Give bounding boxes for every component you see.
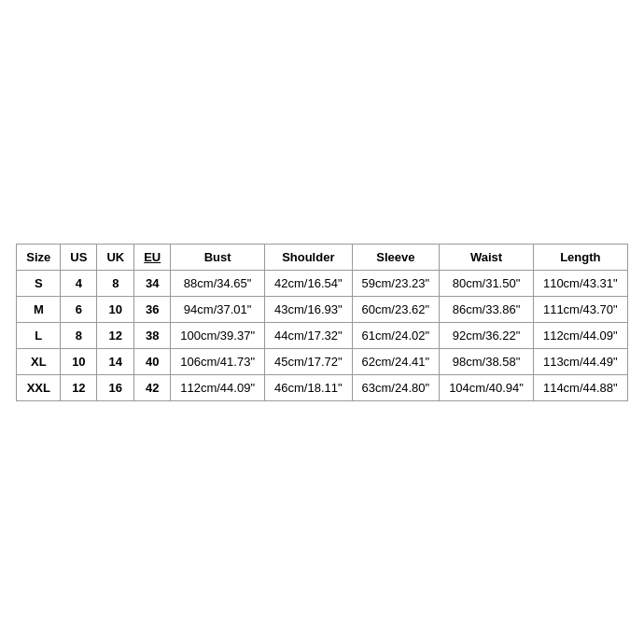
- table-cell: 100cm/39.37": [171, 322, 265, 348]
- table-cell: 42cm/16.54": [265, 270, 353, 296]
- table-row: S483488cm/34.65"42cm/16.54"59cm/23.23"80…: [17, 270, 627, 296]
- header-sleeve: Sleeve: [352, 244, 440, 270]
- table-cell: XXL: [17, 374, 61, 400]
- table-cell: 110cm/43.31": [533, 270, 627, 296]
- table-cell: 113cm/44.49": [533, 348, 627, 374]
- table-cell: 14: [97, 348, 134, 374]
- table-cell: 16: [97, 374, 134, 400]
- header-eu: EU: [134, 244, 171, 270]
- table-cell: 43cm/16.93": [265, 296, 353, 322]
- table-cell: 8: [61, 322, 97, 348]
- header-bust: Bust: [171, 244, 265, 270]
- table-cell: S: [17, 270, 61, 296]
- table-cell: 6: [61, 296, 97, 322]
- header-length: Length: [533, 244, 627, 270]
- table-cell: 12: [97, 322, 134, 348]
- table-cell: 111cm/43.70": [533, 296, 627, 322]
- table-row: M6103694cm/37.01"43cm/16.93"60cm/23.62"8…: [17, 296, 627, 322]
- table-cell: 44cm/17.32": [265, 322, 353, 348]
- table-cell: M: [17, 296, 61, 322]
- table-cell: 92cm/36.22": [440, 322, 534, 348]
- table-cell: 10: [61, 348, 97, 374]
- table-cell: 114cm/44.88": [533, 374, 627, 400]
- table-cell: 88cm/34.65": [171, 270, 265, 296]
- table-cell: XL: [17, 348, 61, 374]
- table-cell: 112cm/44.09": [533, 322, 627, 348]
- table-cell: 63cm/24.80": [352, 374, 440, 400]
- table-cell: 98cm/38.58": [440, 348, 534, 374]
- table-cell: L: [17, 322, 61, 348]
- table-cell: 80cm/31.50": [440, 270, 534, 296]
- table-cell: 104cm/40.94": [440, 374, 534, 400]
- size-chart-table: Size US UK EU Bust Shoulder Sleeve Waist…: [16, 244, 627, 401]
- table-cell: 112cm/44.09": [171, 374, 265, 400]
- table-cell: 10: [97, 296, 134, 322]
- header-shoulder: Shoulder: [265, 244, 353, 270]
- table-cell: 60cm/23.62": [352, 296, 440, 322]
- table-cell: 61cm/24.02": [352, 322, 440, 348]
- table-row: XXL121642112cm/44.09"46cm/18.11"63cm/24.…: [17, 374, 627, 400]
- table-cell: 40: [134, 348, 171, 374]
- table-row: XL101440106cm/41.73"45cm/17.72"62cm/24.4…: [17, 348, 627, 374]
- table-cell: 59cm/23.23": [352, 270, 440, 296]
- header-size: Size: [17, 244, 61, 270]
- header-waist: Waist: [440, 244, 534, 270]
- table-cell: 42: [134, 374, 171, 400]
- table-cell: 86cm/33.86": [440, 296, 534, 322]
- header-us: US: [61, 244, 97, 270]
- table-row: L81238100cm/39.37"44cm/17.32"61cm/24.02"…: [17, 322, 627, 348]
- table-cell: 46cm/18.11": [265, 374, 353, 400]
- table-cell: 62cm/24.41": [352, 348, 440, 374]
- table-cell: 4: [61, 270, 97, 296]
- table-cell: 8: [97, 270, 134, 296]
- table-cell: 38: [134, 322, 171, 348]
- table-cell: 45cm/17.72": [265, 348, 353, 374]
- table-cell: 34: [134, 270, 171, 296]
- table-cell: 36: [134, 296, 171, 322]
- table-cell: 106cm/41.73": [171, 348, 265, 374]
- table-header-row: Size US UK EU Bust Shoulder Sleeve Waist…: [17, 244, 627, 270]
- table-cell: 94cm/37.01": [171, 296, 265, 322]
- table-cell: 12: [61, 374, 97, 400]
- size-chart-container: Size US UK EU Bust Shoulder Sleeve Waist…: [0, 225, 644, 420]
- header-uk: UK: [97, 244, 134, 270]
